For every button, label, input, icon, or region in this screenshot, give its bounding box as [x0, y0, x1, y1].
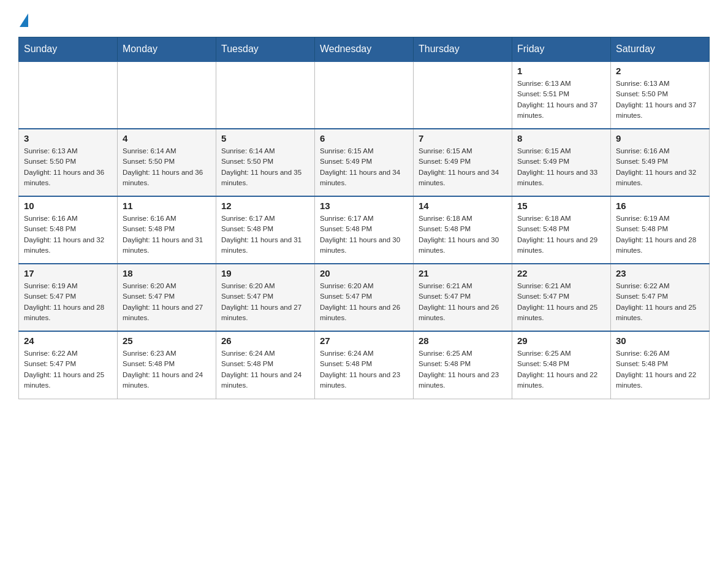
day-info: Sunrise: 6:26 AM Sunset: 5:48 PM Dayligh… [616, 348, 704, 391]
day-info: Sunrise: 6:24 AM Sunset: 5:48 PM Dayligh… [320, 348, 408, 391]
day-number: 26 [221, 335, 309, 346]
day-number: 7 [419, 133, 507, 144]
day-number: 10 [24, 201, 112, 211]
calendar-day-cell: 4Sunrise: 6:14 AM Sunset: 5:50 PM Daylig… [118, 129, 216, 196]
day-number: 1 [517, 66, 605, 76]
calendar-header-row: SundayMondayTuesdayWednesdayThursdayFrid… [19, 37, 710, 62]
calendar-day-cell [315, 61, 414, 129]
day-number: 4 [123, 133, 211, 144]
day-info: Sunrise: 6:20 AM Sunset: 5:47 PM Dayligh… [221, 281, 309, 323]
calendar-week-row: 24Sunrise: 6:22 AM Sunset: 5:47 PM Dayli… [19, 331, 710, 399]
day-info: Sunrise: 6:25 AM Sunset: 5:48 PM Dayligh… [419, 348, 507, 391]
day-number: 25 [123, 335, 211, 346]
calendar-day-cell: 1Sunrise: 6:13 AM Sunset: 5:51 PM Daylig… [512, 61, 611, 129]
day-info: Sunrise: 6:18 AM Sunset: 5:48 PM Dayligh… [419, 213, 507, 256]
day-number: 13 [320, 201, 408, 211]
calendar-day-cell: 2Sunrise: 6:13 AM Sunset: 5:50 PM Daylig… [611, 61, 710, 129]
calendar-day-cell: 21Sunrise: 6:21 AM Sunset: 5:47 PM Dayli… [414, 264, 512, 331]
day-info: Sunrise: 6:22 AM Sunset: 5:47 PM Dayligh… [616, 281, 704, 323]
day-number: 23 [616, 268, 704, 278]
day-of-week-header: Tuesday [216, 37, 315, 62]
day-info: Sunrise: 6:25 AM Sunset: 5:48 PM Dayligh… [517, 348, 605, 391]
day-info: Sunrise: 6:15 AM Sunset: 5:49 PM Dayligh… [419, 146, 507, 188]
day-info: Sunrise: 6:13 AM Sunset: 5:50 PM Dayligh… [616, 79, 704, 121]
day-info: Sunrise: 6:18 AM Sunset: 5:48 PM Dayligh… [517, 213, 605, 256]
calendar-week-row: 10Sunrise: 6:16 AM Sunset: 5:48 PM Dayli… [19, 196, 710, 264]
calendar-week-row: 17Sunrise: 6:19 AM Sunset: 5:47 PM Dayli… [19, 264, 710, 331]
calendar-day-cell: 23Sunrise: 6:22 AM Sunset: 5:47 PM Dayli… [611, 264, 710, 331]
day-number: 18 [123, 268, 211, 278]
day-number: 24 [24, 335, 112, 346]
calendar-day-cell [216, 61, 315, 129]
calendar-day-cell: 11Sunrise: 6:16 AM Sunset: 5:48 PM Dayli… [118, 196, 216, 264]
calendar-day-cell: 15Sunrise: 6:18 AM Sunset: 5:48 PM Dayli… [512, 196, 611, 264]
calendar-day-cell [414, 61, 512, 129]
day-number: 29 [517, 335, 605, 346]
calendar-day-cell: 12Sunrise: 6:17 AM Sunset: 5:48 PM Dayli… [216, 196, 315, 264]
day-number: 15 [517, 201, 605, 211]
logo [18, 12, 28, 25]
day-number: 2 [616, 66, 704, 76]
day-info: Sunrise: 6:21 AM Sunset: 5:47 PM Dayligh… [419, 281, 507, 323]
day-info: Sunrise: 6:19 AM Sunset: 5:47 PM Dayligh… [24, 281, 112, 323]
calendar-day-cell: 5Sunrise: 6:14 AM Sunset: 5:50 PM Daylig… [216, 129, 315, 196]
day-info: Sunrise: 6:17 AM Sunset: 5:48 PM Dayligh… [320, 213, 408, 256]
day-number: 27 [320, 335, 408, 346]
day-number: 12 [221, 201, 309, 211]
day-info: Sunrise: 6:20 AM Sunset: 5:47 PM Dayligh… [320, 281, 408, 323]
calendar-day-cell: 7Sunrise: 6:15 AM Sunset: 5:49 PM Daylig… [414, 129, 512, 196]
day-info: Sunrise: 6:21 AM Sunset: 5:47 PM Dayligh… [517, 281, 605, 323]
calendar-day-cell: 9Sunrise: 6:16 AM Sunset: 5:49 PM Daylig… [611, 129, 710, 196]
day-number: 16 [616, 201, 704, 211]
day-info: Sunrise: 6:22 AM Sunset: 5:47 PM Dayligh… [24, 348, 112, 391]
day-of-week-header: Wednesday [315, 37, 414, 62]
day-info: Sunrise: 6:19 AM Sunset: 5:48 PM Dayligh… [616, 213, 704, 256]
day-number: 5 [221, 133, 309, 144]
day-info: Sunrise: 6:14 AM Sunset: 5:50 PM Dayligh… [221, 146, 309, 188]
day-number: 22 [517, 268, 605, 278]
day-number: 9 [616, 133, 704, 144]
logo-triangle-icon [20, 13, 28, 27]
calendar-day-cell [19, 61, 118, 129]
day-of-week-header: Monday [118, 37, 216, 62]
day-info: Sunrise: 6:15 AM Sunset: 5:49 PM Dayligh… [320, 146, 408, 188]
calendar-day-cell: 13Sunrise: 6:17 AM Sunset: 5:48 PM Dayli… [315, 196, 414, 264]
day-number: 19 [221, 268, 309, 278]
day-number: 20 [320, 268, 408, 278]
day-info: Sunrise: 6:13 AM Sunset: 5:50 PM Dayligh… [24, 146, 112, 188]
calendar-day-cell: 25Sunrise: 6:23 AM Sunset: 5:48 PM Dayli… [118, 331, 216, 399]
calendar-day-cell: 26Sunrise: 6:24 AM Sunset: 5:48 PM Dayli… [216, 331, 315, 399]
day-info: Sunrise: 6:15 AM Sunset: 5:49 PM Dayligh… [517, 146, 605, 188]
day-number: 21 [419, 268, 507, 278]
calendar-day-cell: 20Sunrise: 6:20 AM Sunset: 5:47 PM Dayli… [315, 264, 414, 331]
page-header [18, 12, 710, 25]
calendar-day-cell: 17Sunrise: 6:19 AM Sunset: 5:47 PM Dayli… [19, 264, 118, 331]
day-number: 30 [616, 335, 704, 346]
day-number: 6 [320, 133, 408, 144]
day-info: Sunrise: 6:17 AM Sunset: 5:48 PM Dayligh… [221, 213, 309, 256]
day-info: Sunrise: 6:16 AM Sunset: 5:49 PM Dayligh… [616, 146, 704, 188]
day-info: Sunrise: 6:13 AM Sunset: 5:51 PM Dayligh… [517, 79, 605, 121]
calendar-day-cell: 16Sunrise: 6:19 AM Sunset: 5:48 PM Dayli… [611, 196, 710, 264]
calendar-week-row: 1Sunrise: 6:13 AM Sunset: 5:51 PM Daylig… [19, 61, 710, 129]
day-info: Sunrise: 6:16 AM Sunset: 5:48 PM Dayligh… [24, 213, 112, 256]
day-number: 28 [419, 335, 507, 346]
day-info: Sunrise: 6:20 AM Sunset: 5:47 PM Dayligh… [123, 281, 211, 323]
calendar-day-cell: 6Sunrise: 6:15 AM Sunset: 5:49 PM Daylig… [315, 129, 414, 196]
day-of-week-header: Friday [512, 37, 611, 62]
day-of-week-header: Saturday [611, 37, 710, 62]
calendar-day-cell: 29Sunrise: 6:25 AM Sunset: 5:48 PM Dayli… [512, 331, 611, 399]
day-number: 14 [419, 201, 507, 211]
day-number: 3 [24, 133, 112, 144]
calendar-day-cell: 3Sunrise: 6:13 AM Sunset: 5:50 PM Daylig… [19, 129, 118, 196]
calendar-day-cell: 22Sunrise: 6:21 AM Sunset: 5:47 PM Dayli… [512, 264, 611, 331]
day-info: Sunrise: 6:23 AM Sunset: 5:48 PM Dayligh… [123, 348, 211, 391]
day-number: 8 [517, 133, 605, 144]
calendar-day-cell: 10Sunrise: 6:16 AM Sunset: 5:48 PM Dayli… [19, 196, 118, 264]
calendar-day-cell: 28Sunrise: 6:25 AM Sunset: 5:48 PM Dayli… [414, 331, 512, 399]
calendar-day-cell: 8Sunrise: 6:15 AM Sunset: 5:49 PM Daylig… [512, 129, 611, 196]
calendar-day-cell: 19Sunrise: 6:20 AM Sunset: 5:47 PM Dayli… [216, 264, 315, 331]
day-number: 17 [24, 268, 112, 278]
calendar-week-row: 3Sunrise: 6:13 AM Sunset: 5:50 PM Daylig… [19, 129, 710, 196]
calendar-day-cell: 30Sunrise: 6:26 AM Sunset: 5:48 PM Dayli… [611, 331, 710, 399]
